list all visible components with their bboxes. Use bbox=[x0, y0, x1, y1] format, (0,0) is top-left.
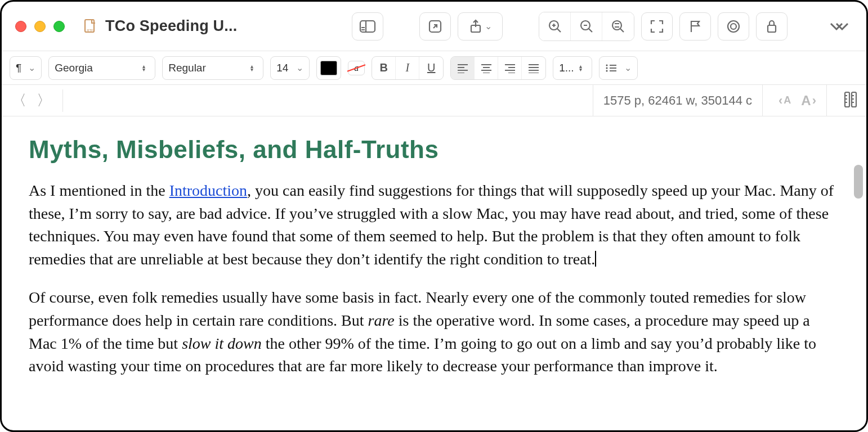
paragraph-style-select[interactable]: ¶ ⌄ bbox=[10, 56, 42, 80]
line-spacing-select[interactable]: 1... ▴▾ bbox=[553, 56, 592, 80]
alignment-group bbox=[450, 56, 546, 80]
introduction-link[interactable]: Introduction bbox=[169, 182, 247, 199]
fullscreen-button[interactable] bbox=[641, 12, 673, 40]
nav-back-button[interactable]: 〈 bbox=[10, 91, 29, 110]
navigation-bar: 〈 〉 1575 p, 62461 w, 350144 c ‹A A› bbox=[2, 85, 866, 116]
svg-line-9 bbox=[557, 29, 561, 32]
stepper-icon: ▴▾ bbox=[142, 65, 149, 71]
italic-button[interactable]: I bbox=[396, 57, 419, 79]
text-color-picker[interactable] bbox=[316, 56, 341, 80]
document-heading: Myths, Misbeliefs, and Half-Truths bbox=[29, 136, 839, 164]
share-button[interactable]: ⌄ bbox=[458, 12, 503, 40]
document-editor[interactable]: Myths, Misbeliefs, and Half-Truths As I … bbox=[2, 116, 866, 430]
text-size-group: ‹A A› bbox=[768, 85, 827, 116]
align-left-button[interactable] bbox=[451, 57, 475, 79]
text-run: As I mentioned in the bbox=[29, 182, 169, 199]
separator bbox=[62, 89, 63, 112]
svg-point-15 bbox=[612, 21, 621, 30]
svg-point-43 bbox=[606, 70, 608, 71]
target-button[interactable] bbox=[718, 12, 749, 40]
stepper-icon: ▴▾ bbox=[250, 65, 257, 71]
lock-button[interactable] bbox=[756, 12, 788, 40]
svg-point-20 bbox=[728, 21, 739, 32]
scrollbar-thumb[interactable] bbox=[854, 165, 863, 199]
pilcrow-icon: ¶ bbox=[16, 62, 21, 74]
app-window: RTF TCo Speeding U... ⌄ ¶ ⌄ bbox=[0, 0, 868, 432]
align-center-button[interactable] bbox=[475, 57, 498, 79]
chevron-down-icon: ⌄ bbox=[296, 62, 303, 73]
align-right-button[interactable] bbox=[498, 57, 522, 79]
document-title[interactable]: TCo Speeding U... bbox=[105, 17, 237, 35]
svg-point-39 bbox=[606, 64, 608, 66]
svg-rect-22 bbox=[768, 25, 776, 32]
document-type-icon: RTF bbox=[84, 19, 96, 34]
chevron-down-icon: ⌄ bbox=[28, 62, 35, 73]
highlight-none-button[interactable]: a bbox=[348, 61, 365, 75]
open-link-button[interactable] bbox=[419, 12, 451, 40]
font-size-value: 14 bbox=[276, 62, 288, 74]
document-paragraph: As I mentioned in the Introduction, you … bbox=[29, 179, 839, 271]
emphasis-run: slow it down bbox=[182, 335, 262, 352]
document-stats: 1575 p, 62461 w, 350144 c bbox=[593, 85, 763, 116]
zoom-fit-button[interactable] bbox=[602, 12, 634, 40]
decrease-text-size-button[interactable]: ‹A bbox=[778, 93, 791, 108]
bold-button[interactable]: B bbox=[372, 57, 396, 79]
svg-point-41 bbox=[606, 67, 608, 69]
zoom-group bbox=[539, 12, 634, 41]
chevron-down-icon: ⌄ bbox=[485, 21, 492, 32]
font-family-select[interactable]: Georgia ▴▾ bbox=[48, 56, 155, 80]
document-paragraph: Of course, even folk remedies usually ha… bbox=[29, 286, 839, 377]
increase-text-size-button[interactable]: A› bbox=[801, 93, 816, 109]
window-controls bbox=[15, 21, 65, 32]
svg-text:RTF: RTF bbox=[87, 29, 93, 32]
font-family-value: Georgia bbox=[55, 62, 93, 74]
stepper-icon: ▴▾ bbox=[579, 65, 586, 71]
ruler-toggle-button[interactable] bbox=[843, 91, 858, 110]
overflow-button[interactable] bbox=[824, 12, 855, 40]
emphasis-run: rare bbox=[368, 312, 395, 329]
line-spacing-value: 1... bbox=[559, 62, 574, 74]
nav-forward-button[interactable]: 〉 bbox=[34, 91, 53, 110]
sidebar-toggle-button[interactable] bbox=[352, 12, 383, 40]
format-toolbar: ¶ ⌄ Georgia ▴▾ Regular ▴▾ 14 ⌄ a B I U bbox=[2, 51, 866, 85]
underline-button[interactable]: U bbox=[419, 57, 443, 79]
close-window-button[interactable] bbox=[15, 21, 26, 32]
svg-line-13 bbox=[589, 29, 592, 32]
align-justify-button[interactable] bbox=[522, 57, 545, 79]
svg-line-16 bbox=[620, 29, 624, 32]
text-style-group: B I U bbox=[372, 56, 444, 80]
zoom-out-button[interactable] bbox=[571, 12, 602, 40]
text-caret bbox=[595, 251, 596, 267]
list-style-button[interactable]: ⌄ bbox=[599, 56, 638, 80]
font-style-value: Regular bbox=[168, 62, 206, 74]
flag-button[interactable] bbox=[679, 12, 711, 40]
font-style-select[interactable]: Regular ▴▾ bbox=[162, 56, 263, 80]
svg-point-21 bbox=[731, 24, 736, 29]
chevron-down-icon: ⌄ bbox=[624, 62, 632, 73]
font-size-select[interactable]: 14 ⌄ bbox=[270, 56, 310, 80]
zoom-in-button[interactable] bbox=[539, 12, 571, 40]
titlebar: RTF TCo Speeding U... ⌄ bbox=[2, 2, 866, 51]
minimize-window-button[interactable] bbox=[34, 21, 46, 32]
text-color-swatch bbox=[320, 61, 337, 75]
zoom-window-button[interactable] bbox=[53, 21, 65, 32]
